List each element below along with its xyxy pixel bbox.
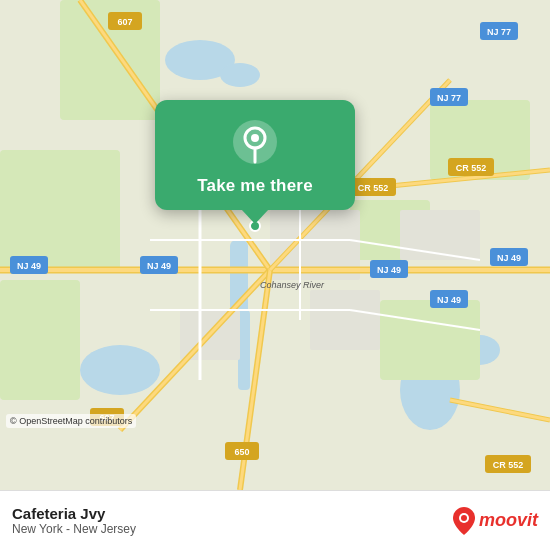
map-container: NJ 49 NJ 49 607 607 650 NJ 77 NJ 77 CR 5… bbox=[0, 0, 550, 490]
svg-point-67 bbox=[251, 134, 259, 142]
svg-text:CR 552: CR 552 bbox=[358, 183, 389, 193]
location-subtitle: New York - New Jersey bbox=[12, 522, 453, 536]
svg-point-2 bbox=[220, 63, 260, 87]
svg-text:NJ 77: NJ 77 bbox=[437, 93, 461, 103]
info-bar: Cafeteria Jvy New York - New Jersey moov… bbox=[0, 490, 550, 550]
svg-point-69 bbox=[461, 515, 467, 521]
osm-attribution: © OpenStreetMap contributors bbox=[6, 414, 136, 428]
svg-text:NJ 49: NJ 49 bbox=[437, 295, 461, 305]
svg-text:NJ 77: NJ 77 bbox=[487, 27, 511, 37]
location-name: Cafeteria Jvy bbox=[12, 505, 453, 522]
take-me-there-button[interactable]: Take me there bbox=[197, 176, 313, 196]
moovit-brand-text: moovit bbox=[479, 510, 538, 531]
svg-rect-16 bbox=[310, 290, 380, 350]
svg-rect-8 bbox=[0, 150, 120, 270]
svg-text:650: 650 bbox=[234, 447, 249, 457]
svg-text:CR 552: CR 552 bbox=[493, 460, 524, 470]
location-text: Cafeteria Jvy New York - New Jersey bbox=[12, 505, 453, 536]
svg-rect-11 bbox=[380, 300, 480, 380]
svg-rect-17 bbox=[400, 210, 480, 260]
svg-text:NJ 49: NJ 49 bbox=[497, 253, 521, 263]
svg-text:NJ 49: NJ 49 bbox=[17, 261, 41, 271]
svg-text:607: 607 bbox=[117, 17, 132, 27]
svg-text:CR 552: CR 552 bbox=[456, 163, 487, 173]
svg-text:Cohansey River: Cohansey River bbox=[260, 280, 325, 290]
svg-rect-12 bbox=[0, 280, 80, 400]
moovit-pin-icon bbox=[453, 507, 475, 535]
map-marker-dot bbox=[249, 220, 261, 232]
svg-text:NJ 49: NJ 49 bbox=[147, 261, 171, 271]
svg-point-4 bbox=[80, 345, 160, 395]
svg-text:NJ 49: NJ 49 bbox=[377, 265, 401, 275]
popup-card: Take me there bbox=[155, 100, 355, 210]
moovit-logo: moovit bbox=[453, 507, 538, 535]
location-pin-icon bbox=[231, 118, 279, 166]
